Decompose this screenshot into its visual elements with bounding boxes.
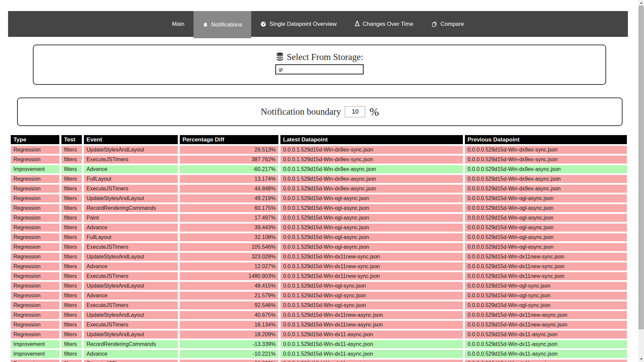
cell-type: Regression: [11, 272, 59, 280]
copy-pages-icon: [431, 21, 437, 27]
cell-test: filters: [61, 292, 82, 300]
nav-item-single-datapoint-overview[interactable]: Single Datapoint Overview: [251, 11, 345, 37]
cell-type: Regression: [11, 330, 59, 339]
cell-latest-datapoint: 0.0.0.1.529d15d-Win-dx11new-sync.json: [280, 253, 463, 261]
nav-item-compare[interactable]: Compare: [422, 11, 473, 37]
cell-percentage-diff: 44.848%: [180, 185, 278, 193]
col-header-type: Type: [11, 135, 59, 144]
cell-type: Regression: [11, 146, 59, 154]
cell-type: Regression: [11, 214, 59, 222]
nav-item-notifications[interactable]: Notifications: [194, 11, 252, 38]
cell-test: filters: [61, 253, 82, 261]
cell-previous-datapoint: 0.0.0.0.529d15d-Win-dx9ex-async.json: [465, 165, 627, 173]
database-icon: [276, 52, 284, 62]
cell-percentage-diff: 49.219%: [180, 194, 278, 202]
cell-type: Regression: [11, 233, 59, 241]
cell-latest-datapoint: 0.0.0.1.529d15d-Win-ogl-async.json: [280, 243, 463, 251]
cell-latest-datapoint: 0.0.0.1.529d15d-Win-ogl-async.json: [280, 233, 463, 241]
cell-type: Regression: [11, 204, 59, 212]
cell-previous-datapoint: 0.0.0.0.529d15d-Win-dx11new-sync.json: [465, 262, 627, 270]
col-header-previous-datapoint: Previous Datapoint: [465, 135, 627, 144]
scrollbar-down-button[interactable]: [638, 356, 644, 362]
cell-type: Regression: [11, 360, 59, 362]
storage-search-input[interactable]: [275, 64, 364, 74]
cell-type: Regression: [11, 185, 59, 193]
cell-latest-datapoint: 0.0.0.1.529d15d-Win-dx11-sync.json: [280, 360, 463, 362]
cell-latest-datapoint: 0.0.0.1.529d15d-Win-ogl-async.json: [280, 224, 463, 232]
table-row: Regression filters FullLayout 13.174% 0.…: [11, 175, 627, 183]
table-row: Regression filters FullLayout 32.108% 0.…: [11, 233, 627, 241]
cell-percentage-diff: 26.513%: [180, 146, 278, 154]
col-header-test: Test: [61, 135, 82, 144]
table-row: Improvement filters RecordRenderingComma…: [11, 340, 627, 348]
table-row: Improvement filters Advance -60.217% 0.0…: [11, 165, 627, 173]
cell-previous-datapoint: 0.0.0.0.529d15d-Win-ogl-sync.json: [465, 301, 627, 309]
table-row: Regression filters RecordRenderingComman…: [11, 204, 627, 212]
cell-previous-datapoint: 0.0.0.0.529d15d-Win-ogl-async.json: [465, 233, 627, 241]
table-row: Improvement filters Advance -10.221% 0.0…: [11, 350, 627, 358]
scroll-up-icon: [640, 2, 643, 4]
cell-previous-datapoint: 0.0.0.0.529d15d-Win-dx11-sync.json: [465, 360, 627, 362]
cell-latest-datapoint: 0.0.0.1.529d15d-Win-dx9ex-async.json: [280, 175, 463, 183]
results-table-body: Regression filters UpdateStylesAndLayout…: [11, 146, 627, 362]
nav-item-main[interactable]: Main: [163, 11, 194, 37]
cell-event: RecordRenderingCommands: [84, 340, 178, 348]
cell-latest-datapoint: 0.0.0.1.529d15d-Win-dx11-async.json: [280, 350, 463, 358]
cell-percentage-diff: 387.762%: [180, 156, 278, 164]
table-row: Regression filters ExecuteJSTimers 92.54…: [11, 301, 627, 309]
cell-event: UpdateStylesAndLayout: [84, 146, 178, 154]
cell-previous-datapoint: 0.0.0.0.529d15d-Win-dx11new-sync.json: [465, 272, 627, 280]
cell-percentage-diff: 12.027%: [180, 262, 278, 270]
cell-percentage-diff: 18.209%: [180, 330, 278, 339]
cell-test: filters: [61, 262, 82, 270]
notifications-table: Type Test Event Percentage Diff Latest D…: [9, 133, 629, 362]
cell-event: UpdateStylesAndLayout: [84, 311, 178, 319]
cell-percentage-diff: -60.217%: [180, 165, 278, 173]
cell-previous-datapoint: 0.0.0.0.529d15d-Win-dx9ex-async.json: [465, 185, 627, 193]
cell-event: Advance: [84, 350, 178, 358]
table-row: Regression filters Advance 12.027% 0.0.0…: [11, 262, 627, 270]
cell-latest-datapoint: 0.0.0.1.529d15d-Win-dx11-async.json: [280, 330, 463, 339]
cell-test: filters: [61, 272, 82, 280]
table-row: Regression filters ExecuteJSTimers 105.5…: [11, 243, 627, 251]
cell-percentage-diff: 92.546%: [180, 301, 278, 309]
cell-percentage-diff: 17.497%: [180, 214, 278, 222]
cell-event: ExecuteJSTimers: [84, 321, 178, 329]
cell-type: Regression: [11, 311, 59, 319]
cell-type: Regression: [11, 224, 59, 232]
cell-percentage-diff: 1480.903%: [180, 272, 278, 280]
cell-event: Paint: [84, 214, 178, 222]
notification-boundary-input[interactable]: [345, 106, 365, 117]
table-header-row: Type Test Event Percentage Diff Latest D…: [11, 135, 627, 144]
scrollbar-thumb[interactable]: [639, 6, 644, 329]
nav-item-changes-over-time[interactable]: Δ Changes Over Time: [346, 11, 423, 37]
cell-percentage-diff: 16.134%: [180, 321, 278, 329]
table-row: Regression filters ExecuteJSTimers 44.84…: [11, 185, 627, 193]
cell-test: filters: [61, 360, 82, 362]
cell-percentage-diff: 13.174%: [180, 175, 278, 183]
cell-previous-datapoint: 0.0.0.0.529d15d-Win-dx11-async.json: [465, 340, 627, 348]
cell-test: filters: [61, 175, 82, 183]
scrollbar-up-button[interactable]: [638, 0, 644, 6]
cell-percentage-diff: 32.108%: [180, 233, 278, 241]
nav-item-label: Main: [172, 21, 184, 27]
cell-latest-datapoint: 0.0.0.1.529d15d-Win-dx11new-sync.json: [280, 272, 463, 280]
cell-event: RecordRenderingCommands: [84, 204, 178, 212]
cell-event: ExecuteJSTimers: [84, 243, 178, 251]
cell-type: Regression: [11, 262, 59, 270]
cell-latest-datapoint: 0.0.0.1.529d15d-Win-dx11new-sync.json: [280, 262, 463, 270]
cell-previous-datapoint: 0.0.0.0.529d15d-Win-ogl-async.json: [465, 224, 627, 232]
cell-event: UpdateStylesAndLayout: [84, 330, 178, 339]
cell-previous-datapoint: 0.0.0.0.529d15d-Win-dx11-async.json: [465, 350, 627, 358]
cell-event: FullLayout: [84, 175, 178, 183]
percent-sign: %: [369, 106, 379, 118]
cell-event: ExecuteJSTimers: [84, 156, 178, 164]
table-row: Regression filters UpdateStylesAndLayout…: [11, 146, 627, 154]
cell-type: Regression: [11, 301, 59, 309]
storage-panel: Select From Storage:: [33, 45, 606, 85]
table-row: Regression filters ExecuteJSTimers 90.92…: [11, 360, 627, 362]
table-row: Regression filters ExecuteJSTimers 1480.…: [11, 272, 627, 280]
delta-icon: Δ: [355, 20, 360, 27]
cell-latest-datapoint: 0.0.0.1.529d15d-Win-dx11new-async.json: [280, 311, 463, 319]
scroll-down-icon: [640, 358, 643, 360]
